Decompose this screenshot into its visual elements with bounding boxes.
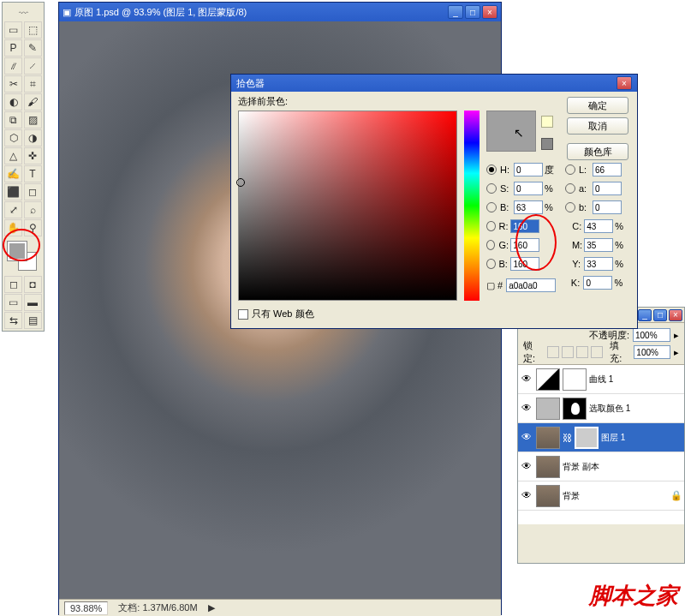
mask-thumb[interactable] [563,368,587,391]
webonly-checkbox[interactable] [238,309,248,320]
radio-bb[interactable] [486,259,496,269]
opacity-arrow-icon[interactable]: ▸ [674,330,679,341]
layer-row[interactable]: 👁曲线 1 [518,365,684,394]
new-color-swatch[interactable] [486,111,536,152]
l-input[interactable] [593,163,622,176]
layer-row[interactable]: 👁背景 副本 [518,452,684,481]
tool-20[interactable]: ⤢ [4,201,22,218]
tool-19[interactable]: ◻ [24,183,42,200]
color-field[interactable] [238,111,457,301]
close-button[interactable]: × [482,5,497,19]
visibility-icon[interactable]: 👁 [520,402,533,416]
lock-transparency-icon[interactable] [547,346,559,358]
lock-pixels-icon[interactable] [562,346,574,358]
fill-arrow-icon[interactable]: ▸ [674,347,679,358]
link-icon[interactable]: ⛓ [563,433,572,443]
tool-21[interactable]: ⌕ [24,201,42,218]
h-input[interactable] [514,163,543,176]
screen-full-icon[interactable]: ▬ [24,294,42,311]
layer-row[interactable]: 👁背景🔒 [518,481,684,511]
bval-input[interactable] [514,200,543,214]
fill-input[interactable]: 100% [634,345,670,359]
layer-name[interactable]: 背景 副本 [563,461,682,473]
s-input[interactable] [514,182,543,195]
tool-1[interactable]: ⬚ [24,21,42,39]
radio-l[interactable] [565,164,575,175]
mask-thumb[interactable] [575,427,599,449]
layer-name[interactable]: 曲线 1 [589,374,682,386]
visibility-icon[interactable]: 👁 [520,489,533,503]
tool-17[interactable]: T [24,165,42,182]
radio-g[interactable] [486,240,495,250]
tool-15[interactable]: ✜ [24,147,42,164]
tool-18[interactable]: ⬛ [4,183,22,200]
cancel-button[interactable]: 取消 [567,117,628,135]
lock-position-icon[interactable] [576,346,588,358]
visibility-icon[interactable]: 👁 [520,373,533,386]
layer-thumb[interactable] [536,398,560,420]
minimize-button[interactable]: _ [448,5,463,19]
tool-2[interactable]: P [4,39,22,57]
tool-5[interactable]: ⟋ [24,57,42,75]
radio-r[interactable] [486,221,496,231]
gamut-warning-icon[interactable] [541,116,553,128]
m-input[interactable] [584,238,613,252]
layer-name[interactable]: 图层 1 [601,432,682,444]
a-input[interactable] [593,182,622,195]
tool-8[interactable]: ◐ [4,93,22,111]
radio-b[interactable] [486,202,497,212]
visibility-icon[interactable]: 👁 [520,431,533,445]
maximize-button[interactable]: □ [465,5,480,19]
jump-icon[interactable]: ⇆ [4,312,22,329]
tool-14[interactable]: △ [4,147,22,164]
layer-thumb[interactable] [536,427,560,449]
tool-6[interactable]: ✂ [4,75,22,93]
layer-thumb[interactable] [536,456,560,478]
websafe-icon[interactable] [541,138,553,150]
panel-close-button[interactable]: × [669,309,682,321]
mask-thumb[interactable] [563,398,587,420]
opacity-input[interactable]: 100% [633,328,670,342]
layer-row[interactable]: 👁选取颜色 1 [518,394,684,423]
tool-9[interactable]: 🖌 [24,93,42,111]
zoom-readout[interactable]: 93.88% [64,601,108,615]
visibility-icon[interactable]: 👁 [520,460,533,474]
ok-button[interactable]: 确定 [567,97,628,114]
radio-b2[interactable] [565,202,575,212]
picker-close-button[interactable]: × [616,76,632,90]
tool-10[interactable]: ⧉ [4,111,22,129]
status-arrow-icon[interactable]: ▶ [208,602,215,613]
tool-16[interactable]: ✍ [4,165,22,182]
tool-4[interactable]: ⫽ [4,57,22,75]
picker-titlebar[interactable]: 拾色器 × [231,75,637,92]
b2-input[interactable] [593,200,622,214]
mode-quickmask-icon[interactable]: ◘ [24,276,42,293]
tool-0[interactable]: ▭ [4,21,22,39]
panel-max-button[interactable]: □ [653,309,667,321]
tool-11[interactable]: ▨ [24,111,42,129]
layer-list[interactable]: 👁曲线 1 👁选取颜色 1 👁⛓图层 1 👁背景 副本 👁背景🔒 [518,365,684,524]
mode-standard-icon[interactable]: ◻ [4,276,22,293]
c-input[interactable] [584,219,613,233]
screen-mode-icon[interactable]: ▭ [4,294,22,311]
layer-row[interactable]: 👁⛓图层 1 [518,423,684,452]
lock-all-icon[interactable] [591,346,603,358]
layer-thumb[interactable] [536,485,560,507]
layer-thumb[interactable] [536,368,560,391]
document-titlebar[interactable]: ▣ 原图 1.psd @ 93.9% (图层 1, 图层蒙版/8) _ □ × [59,3,501,21]
hex-input[interactable] [506,278,556,292]
color-libraries-button[interactable]: 颜色库 [567,143,628,160]
layer-name[interactable]: 选取颜色 1 [589,403,682,415]
tool-12[interactable]: ⬡ [4,129,22,147]
panel-min-button[interactable]: _ [638,309,652,321]
jump2-icon[interactable]: ▤ [24,312,42,329]
layer-name[interactable]: 背景 [563,490,668,502]
tool-7[interactable]: ⌗ [24,75,42,93]
radio-s[interactable] [486,183,497,194]
radio-h[interactable] [486,164,497,175]
hue-slider[interactable] [464,111,480,301]
y-input[interactable] [584,257,613,271]
tool-3[interactable]: ✎ [24,39,42,57]
k-input[interactable] [583,276,612,290]
tool-13[interactable]: ◑ [24,129,42,147]
